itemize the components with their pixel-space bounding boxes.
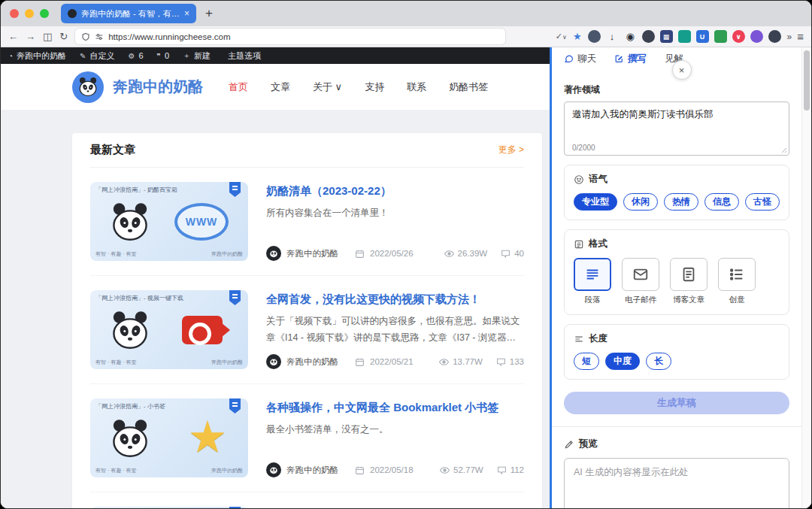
site-nav-item[interactable]: 支持	[365, 80, 384, 94]
extension-icon[interactable]: U	[696, 30, 709, 43]
comments-count: 133	[510, 357, 524, 366]
site-nav-item[interactable]: 首页	[229, 80, 248, 94]
bookmark-star-icon[interactable]: ★	[573, 31, 582, 42]
quickbar-item[interactable]: ❞ 0	[157, 51, 170, 60]
topic-textarea[interactable]: 邀请加入我的简奥斯汀读书俱乐部 0/2000	[564, 101, 789, 156]
extension-icon[interactable]: ▦	[660, 30, 673, 43]
tone-option[interactable]: 专业型	[574, 193, 617, 211]
quickbar-item-label: 0	[165, 51, 169, 60]
traffic-lights	[10, 9, 49, 18]
article-thumbnail[interactable]: 「网上冲浪指南」- 脚本推荐 有智 · 有趣 · 有爱 奔跑中的奶酪	[90, 507, 248, 508]
author-name[interactable]: 奔跑中的奶酪	[286, 465, 338, 476]
site-nav-item[interactable]: 奶酪书签	[449, 80, 488, 94]
permissions-icon[interactable]	[95, 32, 104, 41]
reload-icon[interactable]: ↻	[59, 32, 68, 41]
article-title[interactable]: 全网首发，没有比这更快的视频下载方法！	[266, 292, 524, 307]
more-link[interactable]: 更多 >	[498, 144, 524, 156]
extension-icon[interactable]	[714, 30, 727, 43]
compose-icon	[614, 54, 624, 64]
back-icon[interactable]: ←	[8, 32, 18, 41]
tone-option[interactable]: 信息	[704, 193, 739, 211]
site-nav-item[interactable]: 文章	[271, 80, 290, 94]
quickbar-item[interactable]: ◔ 奔跑中的奶酪	[8, 50, 66, 62]
author-avatar[interactable]	[266, 462, 281, 477]
extension-icon[interactable]	[768, 30, 781, 43]
panel-close-button[interactable]: ×	[672, 60, 692, 80]
extension-icon[interactable]: ∨	[732, 30, 745, 43]
extensions: ↓ ◉ ▦ U ∨	[588, 30, 781, 43]
article-date: 2022/05/26	[370, 249, 414, 258]
length-options: 短 中度 长	[574, 353, 780, 370]
length-label-row: 长度	[574, 332, 780, 345]
length-option[interactable]: 短	[574, 353, 599, 370]
shield-icon[interactable]	[81, 32, 90, 41]
extension-icon[interactable]	[642, 30, 655, 43]
views-eye-icon	[444, 249, 454, 259]
hamburger-menu-icon[interactable]: ≡	[797, 30, 804, 43]
article-title[interactable]: 各种骚操作，中文网最全 Bookmarklet 小书签	[266, 401, 524, 415]
panda-illustration	[105, 417, 155, 462]
tone-option[interactable]: 古怪	[745, 193, 780, 211]
author-avatar[interactable]	[266, 354, 281, 369]
site-nav-item[interactable]: 联系	[407, 80, 426, 94]
extension-icon[interactable]: ↓	[606, 30, 619, 43]
thumbnail-series-tag: 「网上冲浪指南」- 奶酪百宝箱	[95, 186, 177, 194]
quick-access-bar: ◔ 奔跑中的奶酪 ✎ 自定义 ⚙ 6 ❞ 0	[1, 47, 550, 64]
topic-text: 邀请加入我的简奥斯汀读书俱乐部	[572, 109, 714, 120]
views-count: 13.77W	[453, 357, 483, 366]
quickbar-item-icon: ✎	[80, 52, 86, 60]
thumbnail-series-tag: 「网上冲浪指南」- 小书签	[95, 402, 165, 411]
extension-icon[interactable]	[588, 30, 601, 43]
reader-view-icon[interactable]: ◫	[43, 32, 52, 41]
length-option[interactable]: 中度	[605, 353, 640, 370]
quickbar-item-icon: ◔	[8, 52, 13, 60]
article-thumbnail[interactable]: 「网上冲浪指南」- 奶酪百宝箱 WWW 有智 · 有趣 · 有爱 奔跑中的奶酪	[90, 182, 248, 261]
email-icon	[622, 258, 659, 291]
tone-option[interactable]: 休闲	[623, 193, 658, 211]
close-window-button[interactable]	[10, 9, 19, 18]
extension-icon[interactable]: ◉	[624, 30, 637, 43]
author-name[interactable]: 奔跑中的奶酪	[286, 356, 338, 368]
site-header: 奔跑中的奶酪 首页 文章 关于 ∨ 支持 联系 奶酪书签	[1, 64, 550, 111]
format-option-email[interactable]: 电子邮件	[622, 258, 659, 305]
tab-close-icon[interactable]: ×	[184, 8, 189, 19]
overflow-chevron-icon[interactable]: »	[787, 32, 792, 42]
quickbar-item-label: 6	[138, 51, 143, 60]
quickbar-item[interactable]: ⚙ 6	[128, 51, 143, 60]
site-title[interactable]: 奔跑中的奶酪	[113, 77, 203, 97]
resize-handle-icon[interactable]	[780, 146, 786, 153]
panel-scrollbar[interactable]	[801, 47, 811, 508]
author-name[interactable]: 奔跑中的奶酪	[286, 248, 338, 259]
quickbar-item[interactable]: ✎ 自定义	[80, 50, 114, 62]
tone-label: 语气	[589, 173, 607, 186]
minimize-window-button[interactable]	[25, 9, 34, 18]
tab-chat[interactable]: 聊天	[564, 53, 596, 65]
article-excerpt: 所有内容集合在一个清单里！	[266, 205, 524, 222]
scrollbar-thumb[interactable]	[804, 50, 810, 111]
tone-icon	[574, 174, 584, 185]
quickbar-item[interactable]: ＋ 新建	[183, 50, 211, 62]
article-thumbnail[interactable]: 「网上冲浪指南」- 小书签 ★ 有智 · 有趣 · 有爱 奔跑中的奶酪	[90, 398, 248, 477]
length-option[interactable]: 长	[646, 353, 671, 370]
format-option-paragraph[interactable]: 段落	[574, 258, 611, 305]
translate-check-icon[interactable]: ✓∨	[556, 32, 567, 41]
tab-compose[interactable]: 撰写	[614, 53, 647, 65]
author-avatar[interactable]	[266, 246, 281, 261]
new-tab-button[interactable]: +	[205, 6, 213, 21]
browser-tab[interactable]: 奔跑中的奶酪 - 有智，有趣，有爱 ×	[61, 4, 196, 23]
site-logo[interactable]	[72, 71, 104, 103]
quickbar-item[interactable]: 主题选项	[224, 50, 261, 62]
tone-option[interactable]: 热情	[664, 193, 698, 211]
forward-icon[interactable]: →	[26, 32, 35, 41]
article-thumbnail[interactable]: 「网上冲浪指南」- 视频一键下载 有智 · 有趣 · 有爱 奔跑中的奶酪	[90, 290, 248, 369]
extension-icon[interactable]	[750, 30, 763, 43]
site-nav: 首页 文章 关于 ∨ 支持 联系 奶酪书签	[229, 80, 488, 94]
article-title[interactable]: 奶酪清单（2023-02-22）	[266, 184, 524, 198]
generate-draft-button[interactable]: 生成草稿	[564, 392, 789, 414]
zoom-window-button[interactable]	[40, 9, 49, 18]
format-option-blog[interactable]: 博客文章	[670, 258, 707, 305]
format-option-ideas[interactable]: 创意	[718, 258, 756, 305]
address-bar[interactable]: https://www.runningcheese.com	[75, 29, 505, 44]
extension-icon[interactable]	[678, 30, 691, 43]
site-nav-item[interactable]: 关于 ∨	[313, 80, 342, 94]
